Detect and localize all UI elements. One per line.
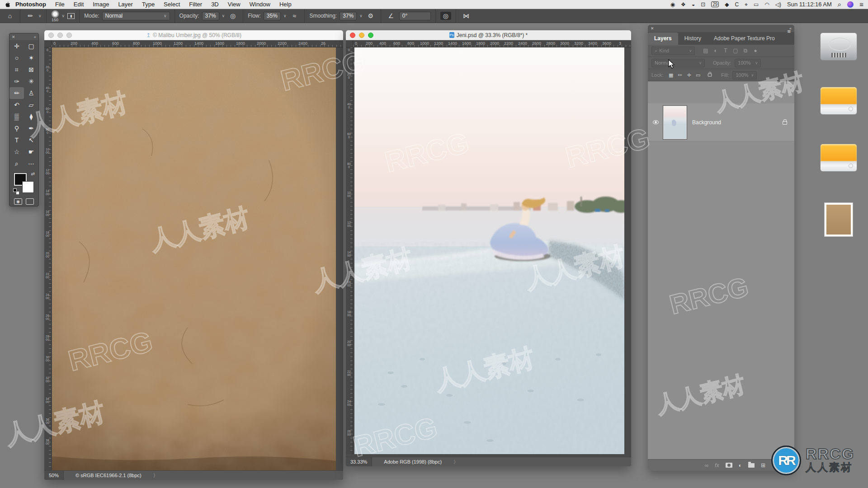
layer-visibility-eye-icon[interactable] (653, 120, 659, 124)
move-tool[interactable]: ✛ (9, 40, 24, 52)
smoothing-options-gear-icon[interactable]: ⚙ (365, 12, 376, 19)
notification-center-icon[interactable]: ≡ (859, 0, 863, 9)
minimize-window-icon[interactable] (359, 33, 364, 38)
menubar-clock[interactable]: Sun 11:12:16 AM (787, 1, 832, 8)
layer-opacity-field[interactable]: 100%∨ (735, 59, 761, 67)
menu-filter[interactable]: Filter (184, 1, 207, 8)
menu-image[interactable]: Image (88, 1, 113, 8)
volume-icon[interactable]: ◁) (775, 0, 781, 9)
chevron-down-icon[interactable]: ∨ (222, 14, 225, 18)
lock-all-icon[interactable] (706, 72, 714, 78)
menu-edit[interactable]: Edit (69, 1, 88, 8)
desktop-icon-sony-6tb-1[interactable] (814, 139, 863, 174)
home-icon[interactable]: ⌂ (5, 12, 15, 19)
quick-mask-icon[interactable]: ◉ (14, 198, 22, 205)
layer-name[interactable]: Background (692, 119, 721, 126)
ruler-corner[interactable] (44, 40, 52, 47)
collapse-icon[interactable]: « (34, 35, 36, 39)
apple-menu-icon[interactable] (5, 1, 11, 8)
zoom-window-icon[interactable] (66, 33, 72, 38)
frame-tool[interactable]: ⊠ (24, 64, 38, 75)
window-controls[interactable] (350, 33, 373, 38)
eraser-tool[interactable]: ▱ (24, 99, 38, 111)
toggle-brush-settings-icon[interactable]: ▮ (67, 13, 75, 19)
doc2-vertical-ruler[interactable]: 0200400600800100012001400160018002000220… (346, 47, 353, 457)
magnet-icon[interactable]: ❖ (681, 0, 686, 9)
siri-icon[interactable] (847, 1, 854, 8)
layer-thumbnail[interactable] (663, 106, 687, 139)
status-chevron-icon[interactable]: 〉 (153, 472, 158, 479)
marquee-tool[interactable]: ▢ (24, 40, 38, 52)
lock-transparency-icon[interactable]: ▦ (667, 72, 675, 78)
close-icon[interactable]: ✕ (651, 26, 654, 31)
default-colors-icon[interactable] (13, 188, 19, 194)
drive-icon[interactable] (820, 33, 857, 61)
new-group-icon[interactable] (748, 463, 755, 468)
blend-mode-select[interactable]: Normal∨ (102, 12, 170, 20)
desktop-icon-judy-8tb[interactable] (814, 82, 863, 117)
drive-icon[interactable] (820, 87, 857, 115)
edit-toolbar-button[interactable]: ⋯ (24, 158, 38, 169)
history-brush-tool[interactable]: ↶ (9, 99, 24, 111)
layer-styles-fx-icon[interactable]: fx (715, 462, 719, 469)
hand-tool[interactable]: ☛ (24, 146, 38, 158)
panel-menu-icon[interactable]: ≡ (787, 28, 791, 35)
drive-icon[interactable] (824, 202, 853, 237)
chevron-down-icon[interactable]: ∨ (38, 14, 42, 18)
opacity-field[interactable]: 37% (202, 12, 219, 20)
menu-file[interactable]: File (51, 1, 69, 8)
brush-preset-picker[interactable]: 150 ∨ ▮ (47, 9, 80, 23)
pen-tool[interactable]: ✒ (24, 122, 38, 134)
layer-blend-mode-select[interactable]: Normal∨ (651, 59, 705, 67)
lasso-tool[interactable]: ○ (9, 52, 24, 64)
menu-photoshop[interactable]: Photoshop (11, 1, 51, 8)
lock-position-icon[interactable]: ✛ (685, 72, 693, 78)
zoom-tool[interactable]: ⌕ (9, 158, 24, 169)
add-adjustment-layer-icon[interactable]: ◐ (739, 462, 742, 469)
type-tool[interactable]: T (9, 134, 24, 146)
calendar-icon[interactable]: 29 (711, 1, 719, 7)
flow-field[interactable]: 35% (264, 12, 281, 20)
ruler-corner[interactable] (346, 40, 353, 47)
creative-cloud-icon[interactable]: ◒ (692, 0, 695, 9)
spotlight-icon[interactable]: ⌕ (838, 0, 841, 9)
background-color-swatch[interactable] (22, 181, 34, 193)
menu-select[interactable]: Select (159, 1, 184, 8)
doc1-vertical-ruler[interactable]: 0200400600800100012001400160018002000220… (44, 47, 52, 470)
doc1-horizontal-ruler[interactable]: 0200400600800100012001400160018002000220… (52, 40, 343, 47)
swap-colors-icon[interactable]: ⇄ (31, 171, 35, 176)
menu-3d[interactable]: 3D (207, 1, 223, 8)
filter-type-layers-icon[interactable]: T (721, 47, 730, 54)
doc2-titlebar[interactable]: Ps Jeni.psd @ 33.3% (RGB/8*) * (346, 30, 631, 40)
filter-adjustment-layers-icon[interactable]: ◐ (711, 47, 720, 54)
menu-layer[interactable]: Layer (113, 1, 137, 8)
layer-row-background[interactable]: Background (648, 103, 794, 141)
menu-view[interactable]: View (223, 1, 245, 8)
window-controls[interactable] (48, 33, 72, 38)
close-icon[interactable]: ✕ (12, 35, 15, 39)
layer-fill-field[interactable]: 100%∨ (732, 71, 757, 80)
c-app-icon[interactable]: C (735, 0, 739, 9)
menu-window[interactable]: Window (245, 1, 275, 8)
display-mirror-icon[interactable]: ⊡ (701, 0, 705, 9)
menu-type[interactable]: Type (137, 1, 159, 8)
lock-artboard-icon[interactable]: ▭ (694, 72, 702, 78)
new-layer-icon[interactable]: ⊞ (761, 462, 765, 469)
clone-stamp-tool[interactable]: ♙ (24, 87, 38, 99)
desktop-icon-macintosh-hd[interactable] (814, 28, 863, 62)
close-window-icon[interactable] (48, 33, 54, 38)
add-layer-mask-icon[interactable] (726, 463, 732, 468)
status-chevron-icon[interactable]: 〉 (453, 459, 458, 465)
airbrush-icon[interactable]: ≈ (289, 12, 300, 19)
pressure-size-icon[interactable]: ◎ (440, 12, 451, 20)
path-selection-tool[interactable]: ↖ (24, 134, 38, 146)
link-layers-icon[interactable]: ∞ (705, 462, 709, 469)
filter-kind-select[interactable]: ⌕ Kind ∨ (651, 47, 695, 55)
desktop-icon-malibu-umber[interactable] (814, 204, 863, 239)
doc2-zoom-level[interactable]: 33.33% (346, 457, 372, 466)
brush-tool[interactable]: ✏ (9, 87, 24, 99)
filter-shape-layers-icon[interactable]: ▢ (731, 47, 740, 54)
tab-layers[interactable]: Layers (648, 33, 678, 45)
canvas-jeni-beach-photo[interactable] (354, 47, 624, 454)
drive-icon[interactable] (820, 144, 857, 172)
